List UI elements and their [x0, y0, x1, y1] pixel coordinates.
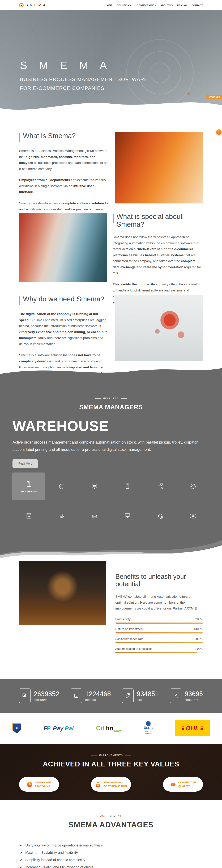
advantages-tag-text: ACHIEVEMENT [100, 814, 122, 817]
hero-subtitle-line2: FOR E-COMMERCE COMPANIES [20, 84, 148, 93]
palette-icon [189, 483, 197, 490]
bar-label: Automatisation of processes [115, 647, 153, 651]
tile-workflow[interactable] [144, 472, 177, 500]
stat-label: POSITIONS [34, 699, 59, 701]
nav-connections[interactable]: CONNECTIONS ▾ [137, 4, 156, 7]
check-icon: ✔ [20, 843, 23, 847]
svg-text:$: $ [97, 785, 98, 786]
server-icon [91, 483, 98, 490]
bar-value: 900 % [195, 637, 203, 641]
citfin-swoosh [114, 729, 121, 732]
nav-solutions[interactable]: SOLUTIONS ▾ [117, 4, 132, 7]
bar-value: 280% [195, 618, 203, 621]
hero-side-tag[interactable]: BUSINESS [207, 95, 222, 99]
floating-action-button[interactable] [216, 129, 222, 135]
csob-name: ČSOB [144, 726, 153, 730]
why-section: Why do we need Smema? The digitalisation… [0, 288, 222, 378]
heading-accent-bar [19, 296, 20, 305]
tile-warehouse[interactable]: WAREHOUSE [12, 472, 45, 500]
nav-home[interactable]: HOME [105, 4, 113, 7]
tile-server[interactable] [78, 472, 111, 500]
invoice-icon [25, 512, 33, 520]
tag-line-left [92, 816, 98, 816]
dhl-dashes-right [200, 726, 203, 730]
list-item: ✔Maximum Scalability and flexibility [20, 850, 139, 855]
csob-subtitle: Stavebníspořitelna [145, 730, 152, 735]
stats-band: 2639852POSITIONS 1224468ORDERS 934851SKU… [0, 679, 222, 713]
brand-logo[interactable]: SMEMA [19, 3, 47, 7]
tag-line-left [95, 398, 101, 399]
tile-monitor[interactable] [111, 502, 144, 530]
benefits-intro: SMEMA complete all-in-one Automatisation… [115, 594, 203, 612]
hero-wave-divider [0, 96, 222, 115]
stat-label: SKU [137, 699, 159, 701]
hero-title: S M E M A [20, 59, 112, 71]
paypal-word-2: Pal [65, 725, 73, 732]
features-title: SMEMA MANAGERS [0, 404, 222, 411]
progress-fill [115, 642, 203, 643]
progress-fill [115, 652, 197, 653]
bar-value: 93% [197, 647, 203, 651]
cost-chart-icon: $ [95, 781, 101, 787]
bt-shield-icon: BT [12, 723, 21, 734]
hero-section: S M E M A BUSINESS PROCESS MANAGEMENT SO… [0, 10, 222, 115]
benefits-bar-productivity: Productivity280% [115, 618, 203, 624]
badge-label: SUBSTANTIALCOST REDUCTION [103, 780, 127, 788]
special-section: What is special about Smema? Smema does … [0, 208, 222, 288]
why-paragraph-1: The digitalisation of the economy is run… [19, 311, 109, 347]
nav-about-us[interactable]: ABOUT US [160, 4, 173, 7]
stat-value: 93695 [185, 690, 203, 698]
tile-storage[interactable] [78, 502, 111, 530]
nav-contact[interactable]: CONTACT [192, 4, 203, 7]
features-tag-text: FEATURES [103, 397, 119, 400]
progress-track [115, 642, 203, 643]
logo-paypal: PPPayPal [43, 725, 73, 732]
globe-icon [58, 483, 65, 490]
brand-logo-text: SMEMA [25, 3, 47, 7]
tile-invoice[interactable] [12, 502, 45, 530]
stat-orders: 1224468ORDERS [71, 688, 111, 703]
logo-citfin: Citfin [96, 724, 121, 732]
citfin-word-1: Cit [96, 724, 104, 732]
check-icon: ✔ [20, 851, 23, 855]
what-paragraph-1: Smema is a Business Process Management (… [19, 148, 109, 172]
tile-network[interactable] [177, 502, 210, 530]
features-tagline: FEATURES [0, 378, 222, 400]
why-heading: Why do we need Smema? [19, 295, 109, 305]
progress-fill [115, 632, 203, 633]
improvements-badges: SIGNIFICANTTIME GAINS $ SUBSTANTIALCOST … [19, 777, 203, 792]
nav-pricing[interactable]: PRICING [177, 4, 187, 7]
improvements-section: IMPROVEMENTS ACHIEVED IN ALL THREE KEY V… [0, 744, 222, 800]
stat-label: PRODUCTS [185, 699, 203, 701]
warehouse-building-icon [25, 480, 33, 488]
improvements-heading: ACHIEVED IN ALL THREE KEY VALUES [0, 760, 222, 768]
layers-icon [19, 688, 31, 703]
special-section-image [19, 213, 107, 282]
headset-icon [157, 512, 164, 520]
badge-time-gains: SIGNIFICANTTIME GAINS [19, 777, 59, 792]
citfin-word-2: fin [106, 724, 114, 732]
logo-csob: ČSOB Stavebníspořitelna [144, 722, 153, 735]
advantages-list: ✔Unify your e-commerce operations in one… [20, 843, 139, 868]
check-icon: ✔ [20, 865, 23, 868]
partner-logos-band: BT PPPayPal Citfin ČSOB Stavebníspořitel… [0, 713, 222, 744]
benefits-bar-roi: Return on investment1400% [115, 627, 203, 633]
stat-value: 934851 [137, 690, 159, 698]
bar-label: Productivity [115, 618, 131, 621]
starburst-icon [170, 781, 176, 787]
user-network-icon [189, 512, 197, 520]
stat-sku: 934851SKU [122, 688, 159, 703]
why-heading-text: Why do we need Smema? [23, 295, 104, 303]
tile-statistics[interactable] [45, 502, 78, 530]
improvements-tagline: IMPROVEMENTS [0, 744, 222, 757]
tile-support[interactable] [144, 502, 177, 530]
person-icon [170, 688, 182, 703]
brand-logo-icon [19, 3, 24, 7]
tile-world[interactable] [45, 472, 78, 500]
stat-label: ORDERS [85, 699, 111, 701]
tile-terminal[interactable] [111, 472, 144, 500]
read-more-button[interactable]: Read More [12, 459, 38, 468]
benefits-image [19, 561, 106, 625]
features-tile-grid: WAREHOUSE [12, 472, 210, 530]
tile-design[interactable] [177, 472, 210, 500]
